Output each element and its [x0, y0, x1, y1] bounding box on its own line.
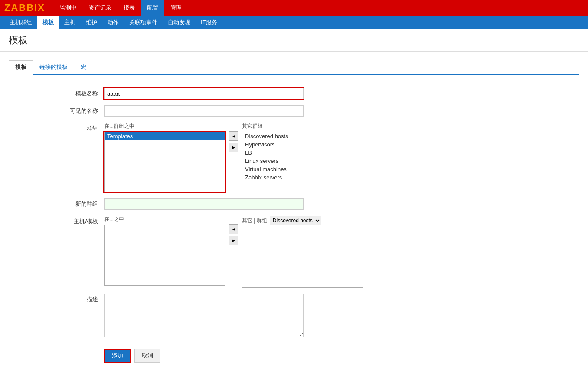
top-navigation: ZABBIX 监测中 资产记录 报表 配置 管理	[0, 0, 588, 16]
description-label: 描述	[9, 294, 104, 303]
arrow-left-icon: ◄	[232, 133, 236, 139]
groups-in-section: 在...群组之中 Templates	[104, 123, 225, 192]
nav-templates[interactable]: 模板	[37, 16, 59, 29]
group-other-hypervisors[interactable]: Hypervisors	[242, 140, 363, 149]
nav-actions[interactable]: 动作	[102, 16, 124, 29]
template-name-control	[104, 88, 579, 99]
ht-transfer-left-button[interactable]: ◄	[229, 224, 238, 234]
group-other-zabbix[interactable]: Zabbix servers	[242, 173, 363, 182]
host-template-container: 在...之中 ◄ ► 其它 | 群组	[104, 216, 363, 288]
ht-group-select[interactable]: Discovered hosts Hypervisors LB Linux se…	[270, 216, 321, 225]
page-title: 模板	[9, 34, 579, 47]
second-navigation: 主机群组 模板 主机 维护 动作 关联项事件 自动发现 IT服务	[0, 16, 588, 29]
page-title-bar: 模板	[0, 29, 588, 52]
nav-maintenance[interactable]: 维护	[81, 16, 102, 29]
new-group-input[interactable]	[104, 198, 304, 210]
host-template-label: 主机/模板	[9, 216, 104, 225]
arrow-right-icon: ►	[232, 145, 236, 150]
groups-in-label: 在...群组之中	[104, 123, 225, 130]
ht-other-label: 其它 | 群组 Discovered hosts Hypervisors LB …	[242, 216, 363, 225]
host-template-row: 主机/模板 在...之中 ◄ ►	[9, 216, 579, 288]
tab-bar: 模板 链接的模板 宏	[9, 60, 579, 75]
form-section: 模板名称 可见的名称 群组 在...群组之中 Templates	[9, 84, 579, 370]
ht-other-section: 其它 | 群组 Discovered hosts Hypervisors LB …	[242, 216, 363, 288]
nav-host-groups[interactable]: 主机群组	[4, 16, 37, 29]
nav-it-services[interactable]: IT服务	[196, 16, 222, 29]
nav-hosts[interactable]: 主机	[59, 16, 81, 29]
groups-other-label: 其它群组	[242, 123, 363, 130]
group-other-lb[interactable]: LB	[242, 149, 363, 157]
new-group-label: 新的群组	[9, 198, 104, 208]
visible-name-label: 可见的名称	[9, 105, 104, 115]
description-control	[104, 294, 579, 338]
ht-in-listbox[interactable]	[104, 225, 225, 286]
transfer-buttons: ◄ ►	[229, 123, 238, 152]
new-group-control	[104, 198, 579, 210]
tab-template[interactable]: 模板	[9, 60, 33, 75]
groups-other-listbox[interactable]: Discovered hosts Hypervisors LB Linux se…	[242, 132, 363, 192]
action-buttons: 添加 取消	[104, 344, 579, 370]
nav-correlation[interactable]: 关联项事件	[124, 16, 163, 29]
groups-other-section: 其它群组 Discovered hosts Hypervisors LB Lin…	[242, 123, 363, 192]
nav-config[interactable]: 配置	[141, 0, 164, 16]
template-name-label: 模板名称	[9, 88, 104, 97]
add-button[interactable]: 添加	[104, 349, 131, 363]
visible-name-input[interactable]	[104, 105, 304, 117]
groups-label: 群组	[9, 123, 104, 132]
template-name-input[interactable]	[104, 88, 304, 99]
group-other-discovered[interactable]: Discovered hosts	[242, 132, 363, 140]
nav-reports[interactable]: 报表	[118, 0, 141, 16]
description-textarea[interactable]	[104, 294, 304, 337]
nav-discovery[interactable]: 自动发现	[163, 16, 196, 29]
cancel-button[interactable]: 取消	[134, 349, 160, 363]
logo-text: ZABBIX	[4, 2, 45, 13]
logo: ZABBIX	[4, 2, 45, 13]
groups-container: 在...群组之中 Templates ◄ ► 其它群组	[104, 123, 363, 192]
ht-arrow-left-icon: ◄	[232, 227, 236, 232]
groups-row: 群组 在...群组之中 Templates ◄ ►	[9, 123, 579, 192]
new-group-row: 新的群组	[9, 198, 579, 210]
groups-in-listbox[interactable]: Templates	[104, 132, 225, 192]
ht-in-section: 在...之中	[104, 216, 225, 286]
transfer-right-button[interactable]: ►	[229, 143, 238, 152]
template-name-row: 模板名称	[9, 88, 579, 99]
group-other-virtual[interactable]: Virtual machines	[242, 165, 363, 173]
tab-macros[interactable]: 宏	[74, 60, 93, 74]
nav-assets[interactable]: 资产记录	[83, 0, 118, 16]
visible-name-control	[104, 105, 579, 117]
visible-name-row: 可见的名称	[9, 105, 579, 117]
description-row: 描述	[9, 294, 579, 338]
nav-admin[interactable]: 管理	[164, 0, 188, 16]
transfer-left-button[interactable]: ◄	[229, 131, 238, 141]
ht-other-listbox[interactable]	[242, 227, 363, 288]
nav-monitoring[interactable]: 监测中	[54, 0, 83, 16]
ht-arrow-right-icon: ►	[232, 238, 236, 243]
group-other-linux[interactable]: Linux servers	[242, 157, 363, 165]
group-item-templates[interactable]: Templates	[105, 132, 225, 140]
ht-in-label: 在...之中	[104, 216, 225, 223]
content-area: 模板 链接的模板 宏 模板名称 可见的名称 群组 在...群组之中	[0, 52, 588, 370]
tab-linked-templates[interactable]: 链接的模板	[33, 60, 74, 74]
ht-transfer-right-button[interactable]: ►	[229, 236, 238, 245]
ht-transfer-buttons: ◄ ►	[229, 216, 238, 245]
